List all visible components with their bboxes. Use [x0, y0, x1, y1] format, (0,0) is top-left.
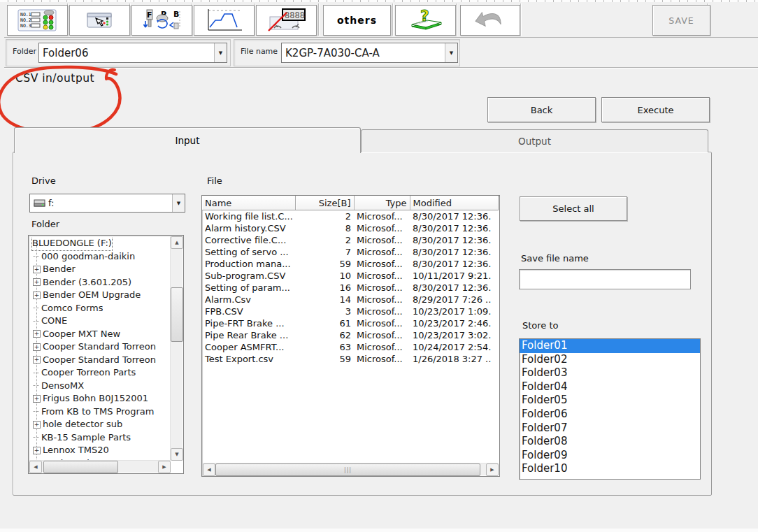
display-off-button[interactable]: 8888 [256, 5, 317, 36]
chevron-down-icon[interactable]: ▼ [214, 43, 227, 62]
tree-vscroll-thumb[interactable] [171, 287, 183, 342]
tree-item[interactable]: +Frigus Bohn B0J152001 [30, 392, 170, 405]
tree-item-label: From KB to TMS Program [41, 405, 155, 419]
tree-item[interactable]: From KB to TMS Program [30, 405, 170, 419]
table-cell: 62 [295, 329, 354, 341]
tree-vertical-scrollbar[interactable]: ▲ ▼ [170, 236, 183, 461]
tree-item[interactable]: Comco Forms [30, 302, 170, 315]
table-row[interactable]: Cooper ASMFRT...63Microsof...10/24/2017 … [202, 341, 498, 353]
table-row[interactable]: Pipe-FRT Brake ...61Microsof...10/23/201… [202, 317, 498, 329]
scroll-left-icon[interactable]: ◀ [29, 461, 42, 473]
tab-input[interactable]: Input [14, 127, 361, 153]
tree-item[interactable]: 000 goodman-daikin [30, 250, 170, 264]
fpb-settings-button[interactable]: F P B [131, 5, 192, 36]
scroll-right-icon[interactable]: ▶ [158, 461, 171, 473]
expand-plus-icon[interactable]: + [33, 447, 41, 454]
table-row[interactable]: Corrective file.C...2Microsof...8/30/201… [202, 234, 498, 246]
store-folder-item[interactable]: Folder03 [520, 366, 700, 380]
column-header-name[interactable]: Name [202, 196, 295, 210]
save-file-name-label: Save file name [521, 253, 589, 264]
file-table-header[interactable]: NameSize[B]TypeModified [202, 196, 498, 210]
tree-item-label: Bender OEM Upgrade [43, 289, 141, 302]
folder-combobox[interactable]: Folder06 ▼ [38, 43, 227, 63]
tree-item[interactable]: KB-15 Sample Parts [30, 431, 170, 445]
table-row[interactable]: Working file list.C...2Microsof...8/30/2… [202, 210, 498, 223]
save-button[interactable]: SAVE [652, 5, 710, 36]
help-button[interactable]: ? [395, 5, 456, 36]
table-row[interactable]: Alarm.Csv14Microsof...8/29/2017 7:26 .. [202, 294, 498, 305]
expand-plus-icon[interactable]: + [33, 266, 41, 273]
expand-plus-icon[interactable]: + [33, 292, 41, 299]
table-cell: Microsof... [354, 270, 410, 282]
svg-text:8888: 8888 [285, 10, 305, 20]
expand-plus-icon[interactable]: + [33, 395, 41, 403]
column-header-type[interactable]: Type [354, 196, 410, 210]
store-folder-item[interactable]: Folder07 [520, 422, 700, 436]
tree-item[interactable]: +Lennox TMS20 [30, 444, 170, 457]
column-header-modified[interactable]: Modified [410, 196, 498, 210]
scroll-up-icon[interactable]: ▲ [171, 236, 183, 249]
save-file-name-input[interactable] [519, 269, 691, 289]
back-button[interactable]: Back [487, 97, 596, 122]
tree-item[interactable]: DensoMX [30, 380, 170, 393]
tree-horizontal-scrollbar[interactable]: ◀ ▶ [29, 460, 171, 473]
table-row[interactable]: Test Export.csv59Microsof...1/26/2018 3:… [202, 353, 498, 365]
expand-plus-icon[interactable]: + [33, 278, 41, 286]
manual-operation-button[interactable] [69, 5, 130, 36]
table-row[interactable]: Setting of servo ...7Microsof...8/30/201… [202, 246, 498, 258]
table-row[interactable]: Production mana...59Microsof...8/30/2017… [202, 258, 498, 270]
column-header-sizeb[interactable]: Size[B] [295, 196, 354, 210]
table-row[interactable]: Setting of param...16Microsof...8/30/201… [202, 282, 498, 294]
tree-item-label: Cooper Standard Torreon [43, 340, 156, 354]
expand-plus-icon[interactable]: + [33, 343, 41, 351]
store-folder-item[interactable]: Folder09 [520, 449, 700, 463]
tree-item-label: Frigus Bohn B0J152001 [43, 392, 148, 405]
expand-plus-icon[interactable]: + [33, 356, 41, 364]
chevron-down-icon[interactable]: ▼ [445, 43, 457, 62]
tree-item[interactable]: +Bender (3.601.205) [30, 276, 170, 289]
store-folder-item[interactable]: Folder04 [520, 380, 700, 394]
tree-item[interactable]: BLUEDONGLE (F:) [30, 237, 170, 250]
tree-hscroll-thumb[interactable] [43, 461, 118, 473]
undo-button[interactable] [460, 5, 520, 36]
store-folder-item[interactable]: Folder10 [520, 462, 700, 476]
tree-item[interactable]: +Cooper Standard Torreon [30, 354, 170, 367]
drive-combobox[interactable]: f: ▼ [29, 194, 185, 213]
filename-combobox[interactable]: K2GP-7A030-CA-A ▼ [281, 43, 458, 63]
tree-item[interactable]: +Bender [30, 263, 170, 276]
execute-button[interactable]: Execute [601, 97, 710, 122]
expand-plus-icon[interactable]: + [33, 421, 41, 429]
machine-status-button[interactable]: NO.1 NO.2 NO.3 [7, 5, 68, 36]
tree-leaf-connector [33, 256, 39, 257]
tree-item[interactable]: +Cooper MXT New [30, 328, 170, 341]
expand-plus-icon[interactable]: + [33, 330, 41, 338]
tree-item-label: Cooper MXT New [43, 328, 120, 341]
tree-item[interactable]: CONE [30, 315, 170, 328]
profile-chart-button[interactable] [194, 5, 255, 36]
tree-item[interactable]: Cooper Torreon Parts [30, 366, 170, 380]
table-horizontal-scrollbar[interactable]: ◀ ||| ▶ [203, 463, 499, 475]
table-cell: 8/30/2017 12:36. [410, 210, 498, 223]
table-row[interactable]: FPB.CSV3Microsof...10/23/2017 1:09. [202, 305, 498, 317]
tree-item[interactable]: +Cooper Standard Torreon [30, 340, 170, 354]
scroll-right-icon[interactable]: ▶ [486, 463, 499, 476]
scroll-left-icon[interactable]: ◀ [203, 463, 215, 476]
scroll-down-icon[interactable]: ▼ [171, 448, 183, 461]
table-row[interactable]: Pipe Rear Brake ...62Microsof...10/23/20… [202, 329, 498, 341]
store-to-label: Store to [522, 320, 559, 331]
others-button[interactable]: others [323, 5, 391, 36]
tree-item[interactable]: +Bender OEM Upgrade [30, 289, 170, 302]
tab-output[interactable]: Output [361, 129, 708, 152]
svg-text:NO.3: NO.3 [20, 23, 31, 29]
store-folder-item[interactable]: Folder08 [520, 435, 700, 449]
tree-item[interactable]: +hole detector sub [30, 418, 170, 431]
store-folder-item[interactable]: Folder06 [520, 408, 700, 422]
table-hscroll-thumb[interactable]: ||| [215, 463, 480, 476]
store-folder-item[interactable]: Folder01 [520, 339, 700, 353]
table-row[interactable]: Sub-program.CSV10Microsof...10/11/2017 9… [202, 270, 498, 282]
store-folder-item[interactable]: Folder05 [520, 394, 700, 408]
chevron-down-icon[interactable]: ▼ [172, 194, 185, 212]
table-row[interactable]: Alarm history.CSV8Microsof...8/30/2017 1… [202, 222, 498, 234]
select-all-button[interactable]: Select all [520, 196, 627, 221]
store-folder-item[interactable]: Folder02 [520, 353, 700, 367]
